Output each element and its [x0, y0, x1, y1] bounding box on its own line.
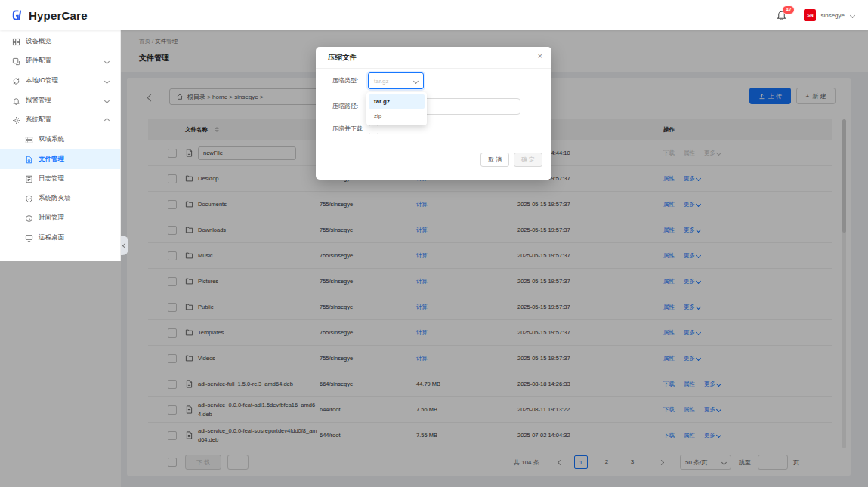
modal-title: 压缩文件 — [328, 53, 357, 63]
hardware-config-icon — [12, 57, 20, 66]
modal-divider — [316, 68, 551, 69]
sidebar-item-system-config[interactable]: 系统配置 — [0, 110, 120, 130]
time-management-icon — [25, 214, 33, 223]
brand-name: HyperCare — [29, 9, 88, 22]
file-management-icon — [25, 156, 33, 164]
sidebar-item-label: 时间管理 — [39, 214, 64, 223]
compress-type-dropdown: tar.gzzip — [366, 92, 427, 125]
sidebar-item-log-management[interactable]: 日志管理 — [0, 169, 120, 189]
sidebar-item-dual-domain[interactable]: 双域系统 — [0, 130, 120, 149]
sidebar-item-system-firewall[interactable]: 系统防火墙 — [0, 189, 120, 208]
select-chevron-icon — [413, 78, 419, 83]
local-io-icon — [12, 77, 20, 85]
brand: HyperCare — [11, 8, 88, 22]
sidebar-item-label: 本地IO管理 — [26, 76, 58, 85]
sidebar-item-label: 硬件配置 — [26, 57, 51, 66]
system-firewall-icon — [25, 195, 33, 203]
hypercare-logo-icon — [11, 8, 24, 22]
sidebar-item-label: 报警管理 — [26, 96, 51, 105]
chevron-up-icon — [104, 117, 110, 122]
sidebar-item-local-io[interactable]: 本地IO管理 — [0, 71, 120, 91]
sidebar-item-label: 双域系统 — [39, 135, 64, 144]
compress-modal: 压缩文件 × 压缩类型: tar.gz 压缩路径: 压缩并下载 取 消 确 定 … — [316, 47, 551, 180]
close-icon[interactable]: × — [538, 51, 542, 60]
chevron-down-icon — [104, 78, 110, 83]
sidebar-item-label: 日志管理 — [39, 174, 64, 183]
log-management-icon — [25, 175, 33, 183]
sidebar-item-label: 远程桌面 — [39, 233, 64, 242]
compress-type-label: 压缩类型: — [332, 72, 358, 89]
user-menu-chevron-icon[interactable] — [850, 12, 855, 17]
compress-type-select[interactable]: tar.gz — [368, 72, 424, 89]
sidebar-item-time-management[interactable]: 时间管理 — [0, 208, 120, 228]
sidebar-item-device-overview[interactable]: 设备概览 — [0, 32, 120, 51]
compress-download-checkbox[interactable] — [369, 125, 378, 134]
dropdown-option-zip[interactable]: zip — [369, 109, 425, 123]
sidebar-item-label: 文件管理 — [39, 155, 64, 164]
top-navbar: HyperCare 47 SN sinsegye — [0, 0, 868, 30]
confirm-button[interactable]: 确 定 — [514, 153, 542, 167]
system-config-icon — [12, 116, 20, 125]
notification-badge: 47 — [782, 5, 795, 14]
username[interactable]: sinsegye — [820, 12, 845, 19]
collapse-arrow-icon — [122, 242, 127, 248]
compress-path-label: 压缩路径: — [332, 98, 358, 115]
select-value: tar.gz — [374, 78, 389, 85]
device-overview-icon — [12, 38, 20, 46]
sidebar-menu: 设备概览硬件配置本地IO管理报警管理系统配置双域系统文件管理日志管理系统防火墙时… — [0, 30, 121, 261]
sidebar-collapse-handle[interactable] — [121, 236, 128, 255]
sidebar-item-label: 系统防火墙 — [39, 194, 71, 203]
remote-desktop-icon — [25, 234, 33, 242]
compress-download-label: 压缩并下载 — [332, 121, 363, 137]
dual-domain-icon — [25, 136, 33, 144]
sidebar-item-alarm-management[interactable]: 报警管理 — [0, 91, 120, 110]
sidebar-item-remote-desktop[interactable]: 远程桌面 — [0, 228, 120, 248]
sidebar-item-hardware-config[interactable]: 硬件配置 — [0, 51, 120, 71]
notification-bell-icon[interactable]: 47 — [776, 9, 787, 21]
sidebar-item-label: 系统配置 — [26, 116, 51, 125]
avatar[interactable]: SN — [804, 9, 816, 21]
chevron-down-icon — [104, 97, 110, 103]
sidebar-item-file-management[interactable]: 文件管理 — [0, 149, 120, 169]
dropdown-option-tar.gz[interactable]: tar.gz — [369, 94, 425, 109]
sidebar-item-label: 设备概览 — [26, 37, 51, 46]
cancel-button[interactable]: 取 消 — [480, 153, 509, 167]
alarm-management-icon — [12, 97, 20, 105]
chevron-down-icon — [104, 58, 110, 63]
